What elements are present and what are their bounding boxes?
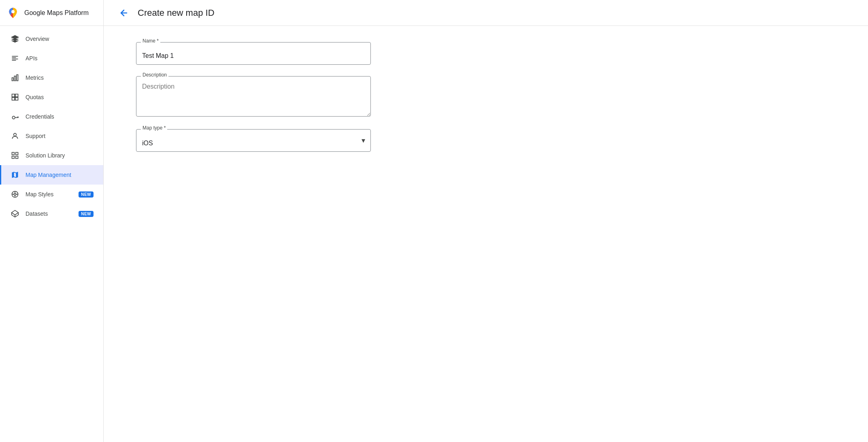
name-input[interactable] (136, 42, 371, 65)
support-icon (11, 132, 19, 140)
sidebar-item-quotas[interactable]: Quotas (0, 87, 103, 107)
sidebar-item-support-label: Support (26, 133, 94, 139)
main-header: Create new map ID (104, 0, 868, 26)
description-label: Description (141, 72, 168, 78)
google-maps-logo-icon (6, 6, 19, 19)
main-content: Create new map ID Name * Description Map… (104, 0, 868, 442)
sidebar-item-datasets-label: Datasets (26, 210, 72, 217)
description-field: Description (136, 76, 836, 118)
sidebar-header: Google Maps Platform (0, 0, 103, 26)
map-styles-new-badge: NEW (79, 191, 94, 198)
overview-icon (11, 35, 19, 43)
sidebar-item-map-management[interactable]: Map Management (0, 165, 103, 185)
sidebar-item-datasets[interactable]: Datasets NEW (0, 204, 103, 223)
name-field: Name * (136, 42, 836, 65)
sidebar-item-apis[interactable]: APIs (0, 49, 103, 68)
description-input[interactable] (136, 76, 371, 117)
sidebar-item-credentials-label: Credentials (26, 113, 94, 120)
apis-icon (11, 54, 19, 62)
solution-library-icon (11, 151, 19, 159)
svg-rect-17 (12, 153, 15, 155)
svg-point-0 (11, 10, 15, 13)
sidebar-item-solution-library[interactable]: Solution Library (0, 146, 103, 165)
svg-point-16 (14, 133, 17, 136)
svg-rect-19 (12, 156, 15, 159)
map-type-label: Map type * (141, 125, 167, 131)
sidebar-item-credentials[interactable]: Credentials (0, 107, 103, 126)
metrics-icon (11, 74, 19, 82)
svg-point-12 (12, 116, 15, 119)
credentials-icon (11, 113, 19, 121)
sidebar-item-apis-label: APIs (26, 55, 94, 62)
sidebar-item-overview-label: Overview (26, 36, 94, 42)
sidebar-item-support[interactable]: Support (0, 126, 103, 146)
svg-rect-20 (16, 156, 18, 159)
sidebar-item-map-styles-label: Map Styles (26, 191, 72, 198)
sidebar-item-map-management-label: Map Management (26, 172, 94, 178)
svg-rect-5 (12, 78, 13, 81)
svg-rect-10 (12, 98, 15, 100)
map-styles-icon (11, 190, 19, 198)
svg-rect-6 (14, 76, 15, 81)
map-management-icon (11, 171, 19, 179)
map-type-select[interactable]: JavaScript Android iOS (136, 129, 371, 152)
svg-rect-18 (16, 153, 18, 155)
page-title: Create new map ID (138, 8, 215, 18)
datasets-icon (11, 210, 19, 218)
sidebar-item-map-styles[interactable]: Map Styles NEW (0, 185, 103, 204)
sidebar-item-metrics[interactable]: Metrics (0, 68, 103, 87)
svg-rect-8 (12, 94, 15, 97)
datasets-new-badge: NEW (79, 211, 94, 217)
map-type-wrapper: JavaScript Android iOS ▾ (136, 129, 371, 152)
svg-rect-11 (15, 98, 18, 100)
svg-rect-9 (15, 94, 18, 97)
svg-rect-7 (17, 75, 18, 81)
sidebar-nav: Overview APIs Metrics Quotas Credentials (0, 26, 103, 442)
sidebar-item-metrics-label: Metrics (26, 74, 94, 81)
sidebar: Google Maps Platform Overview APIs Metri… (0, 0, 104, 442)
sidebar-item-solution-library-label: Solution Library (26, 152, 94, 159)
map-type-field: Map type * JavaScript Android iOS ▾ (136, 129, 836, 152)
sidebar-item-quotas-label: Quotas (26, 94, 94, 100)
sidebar-item-overview[interactable]: Overview (0, 29, 103, 49)
form-area: Name * Description Map type * JavaScript… (104, 26, 868, 442)
quotas-icon (11, 93, 19, 101)
svg-point-22 (14, 193, 16, 196)
name-label: Name * (141, 38, 160, 44)
sidebar-title: Google Maps Platform (24, 9, 89, 17)
back-button[interactable] (117, 6, 131, 20)
